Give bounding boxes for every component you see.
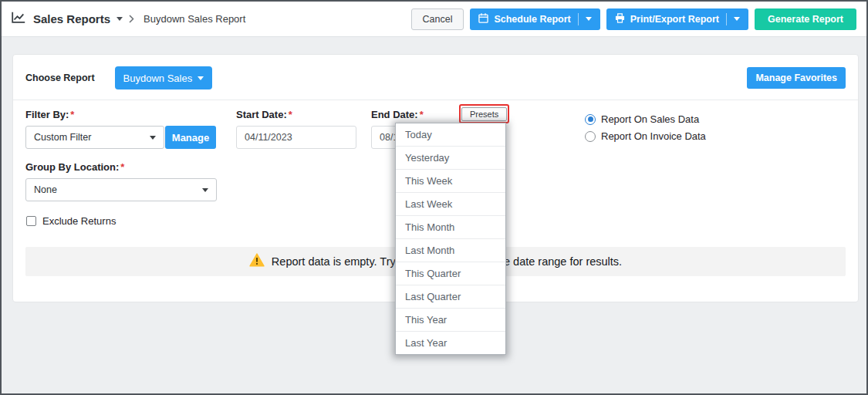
menu-item-last-quarter[interactable]: Last Quarter	[396, 285, 505, 309]
app-window: Sales Reports Buydown Sales Report Cance…	[0, 0, 868, 395]
menu-item-yesterday[interactable]: Yesterday	[396, 147, 505, 170]
menu-item-today[interactable]: Today	[396, 123, 505, 147]
menu-item-this-week[interactable]: This Week	[396, 170, 505, 193]
filter-by-label: Filter By:*	[25, 109, 74, 120]
button-divider	[578, 13, 579, 25]
button-divider	[726, 13, 727, 25]
group-by-location-select[interactable]: None	[25, 178, 217, 201]
exclude-returns-label: Exclude Returns	[42, 215, 116, 227]
choose-report-label: Choose Report	[25, 73, 95, 83]
presets-dropdown-menu: Today Yesterday This Week Last Week This…	[395, 123, 506, 355]
menu-item-last-week[interactable]: Last Week	[396, 193, 505, 216]
breadcrumb-separator-icon	[129, 12, 134, 26]
menu-item-last-year[interactable]: Last Year	[396, 332, 505, 354]
manage-filter-button[interactable]: Manage	[165, 126, 216, 149]
warning-icon	[249, 253, 265, 270]
chevron-down-icon[interactable]	[586, 17, 592, 21]
exclude-returns-row[interactable]: Exclude Returns	[26, 215, 116, 227]
required-mark: *	[70, 109, 74, 120]
line-chart-icon	[12, 12, 25, 26]
required-mark: *	[289, 109, 292, 120]
radio-sales-data[interactable]: Report On Sales Data	[585, 113, 706, 125]
chevron-down-icon[interactable]	[734, 17, 740, 21]
menu-item-last-month[interactable]: Last Month	[396, 239, 505, 262]
radio-selected-icon[interactable]	[585, 114, 596, 125]
cancel-button[interactable]: Cancel	[411, 8, 464, 30]
chevron-down-icon	[198, 76, 204, 80]
schedule-report-button[interactable]: Schedule Report	[470, 8, 599, 30]
report-data-radio-group: Report On Sales Data Report On Invoice D…	[585, 113, 706, 142]
radio-unselected-icon[interactable]	[585, 131, 596, 142]
presets-highlight: Presets	[459, 104, 509, 123]
exclude-returns-checkbox[interactable]	[26, 216, 36, 226]
menu-item-this-month[interactable]: This Month	[396, 216, 505, 239]
start-date-label: Start Date:*	[236, 109, 292, 120]
menu-item-this-quarter[interactable]: This Quarter	[396, 262, 505, 285]
required-mark: *	[120, 161, 124, 173]
printer-icon	[615, 13, 625, 25]
chevron-down-icon	[202, 188, 208, 192]
required-mark: *	[420, 109, 424, 120]
radio-invoice-data[interactable]: Report On Invoice Data	[585, 130, 706, 142]
report-selector-button[interactable]: Buydown Sales	[115, 66, 213, 89]
calendar-icon	[478, 13, 488, 25]
top-header: Sales Reports Buydown Sales Report Cance…	[2, 2, 866, 37]
chevron-down-icon	[150, 136, 156, 140]
end-date-label: End Date:*	[371, 109, 424, 120]
menu-item-this-year[interactable]: This Year	[396, 309, 505, 332]
manage-favorites-button[interactable]: Manage Favorites	[747, 67, 846, 89]
section-divider	[13, 100, 858, 100]
filter-by-select[interactable]: Custom Filter	[25, 126, 164, 149]
group-by-location-label: Group By Location:*	[25, 161, 124, 173]
print-export-button[interactable]: Print/Export Report	[606, 8, 748, 30]
presets-button[interactable]: Presets	[461, 107, 507, 121]
chevron-down-icon[interactable]	[117, 17, 123, 21]
generate-report-button[interactable]: Generate Report	[755, 8, 856, 30]
page-title: Sales Reports	[33, 12, 110, 25]
start-date-input[interactable]: 04/11/2023	[236, 126, 356, 149]
breadcrumb: Buydown Sales Report	[144, 13, 245, 25]
